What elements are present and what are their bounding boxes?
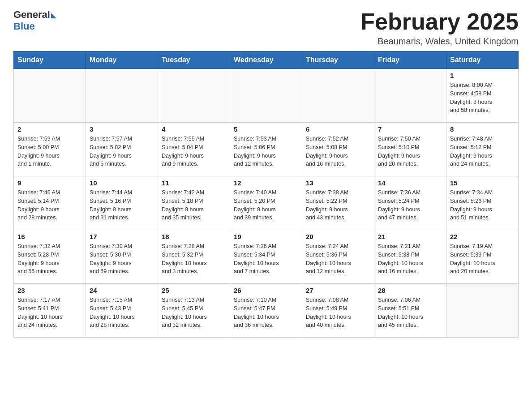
day-number: 28 <box>378 287 442 294</box>
day-number: 20 <box>306 233 370 240</box>
weekday-header-wednesday: Wednesday <box>230 51 302 69</box>
calendar-subtitle: Beaumaris, Wales, United Kingdom <box>360 36 519 47</box>
day-number: 5 <box>234 125 298 133</box>
logo-general-text: General <box>13 9 50 21</box>
day-number: 15 <box>450 179 515 187</box>
day-info: Sunrise: 7:57 AM Sunset: 5:02 PM Dayligh… <box>90 135 154 168</box>
day-number: 3 <box>90 125 154 133</box>
calendar-day-cell: 8Sunrise: 7:48 AM Sunset: 5:12 PM Daylig… <box>446 123 519 176</box>
calendar-day-cell: 20Sunrise: 7:24 AM Sunset: 5:36 PM Dayli… <box>302 230 374 284</box>
day-info: Sunrise: 7:19 AM Sunset: 5:39 PM Dayligh… <box>450 242 515 276</box>
title-block: February 2025 Beaumaris, Wales, United K… <box>360 9 519 47</box>
day-info: Sunrise: 7:15 AM Sunset: 5:43 PM Dayligh… <box>90 296 154 330</box>
day-info: Sunrise: 7:36 AM Sunset: 5:24 PM Dayligh… <box>378 188 442 222</box>
calendar-day-cell <box>446 284 519 338</box>
page-header: General Blue February 2025 Beaumaris, Wa… <box>13 9 519 47</box>
day-info: Sunrise: 7:32 AM Sunset: 5:28 PM Dayligh… <box>17 242 82 276</box>
day-info: Sunrise: 8:00 AM Sunset: 4:58 PM Dayligh… <box>450 81 515 115</box>
day-info: Sunrise: 7:10 AM Sunset: 5:47 PM Dayligh… <box>234 296 298 330</box>
calendar-header: SundayMondayTuesdayWednesdayThursdayFrid… <box>14 51 519 69</box>
calendar-day-cell: 24Sunrise: 7:15 AM Sunset: 5:43 PM Dayli… <box>86 284 158 338</box>
day-info: Sunrise: 7:59 AM Sunset: 5:00 PM Dayligh… <box>17 135 82 168</box>
weekday-header-thursday: Thursday <box>302 51 374 69</box>
calendar-day-cell <box>14 69 86 123</box>
calendar-day-cell: 1Sunrise: 8:00 AM Sunset: 4:58 PM Daylig… <box>446 69 519 123</box>
calendar-day-cell: 2Sunrise: 7:59 AM Sunset: 5:00 PM Daylig… <box>14 123 86 176</box>
calendar-day-cell: 9Sunrise: 7:46 AM Sunset: 5:14 PM Daylig… <box>14 176 86 230</box>
day-info: Sunrise: 7:44 AM Sunset: 5:16 PM Dayligh… <box>90 188 154 222</box>
day-number: 22 <box>450 233 515 240</box>
day-number: 10 <box>90 179 154 187</box>
day-number: 13 <box>306 179 370 187</box>
day-info: Sunrise: 7:46 AM Sunset: 5:14 PM Dayligh… <box>17 188 82 222</box>
calendar-title: February 2025 <box>360 9 519 34</box>
day-number: 17 <box>90 233 154 240</box>
calendar-day-cell: 17Sunrise: 7:30 AM Sunset: 5:30 PM Dayli… <box>86 230 158 284</box>
calendar-week-row: 1Sunrise: 8:00 AM Sunset: 4:58 PM Daylig… <box>14 69 519 123</box>
day-info: Sunrise: 7:28 AM Sunset: 5:32 PM Dayligh… <box>162 242 226 276</box>
day-number: 25 <box>162 287 226 294</box>
day-info: Sunrise: 7:40 AM Sunset: 5:20 PM Dayligh… <box>234 188 298 222</box>
calendar-week-row: 2Sunrise: 7:59 AM Sunset: 5:00 PM Daylig… <box>14 123 519 176</box>
calendar-day-cell <box>158 69 230 123</box>
logo-arrow-icon <box>51 13 56 18</box>
calendar-day-cell: 28Sunrise: 7:06 AM Sunset: 5:51 PM Dayli… <box>374 284 446 338</box>
weekday-header-tuesday: Tuesday <box>158 51 230 69</box>
day-info: Sunrise: 7:50 AM Sunset: 5:10 PM Dayligh… <box>378 135 442 168</box>
day-info: Sunrise: 7:34 AM Sunset: 5:26 PM Dayligh… <box>450 188 515 222</box>
calendar-day-cell: 22Sunrise: 7:19 AM Sunset: 5:39 PM Dayli… <box>446 230 519 284</box>
day-number: 9 <box>17 179 82 187</box>
day-number: 26 <box>234 287 298 294</box>
calendar-day-cell: 13Sunrise: 7:38 AM Sunset: 5:22 PM Dayli… <box>302 176 374 230</box>
day-number: 1 <box>450 72 515 79</box>
day-number: 8 <box>450 125 515 133</box>
day-info: Sunrise: 7:17 AM Sunset: 5:41 PM Dayligh… <box>17 296 82 330</box>
day-number: 19 <box>234 233 298 240</box>
day-info: Sunrise: 7:13 AM Sunset: 5:45 PM Dayligh… <box>162 296 226 330</box>
calendar-week-row: 23Sunrise: 7:17 AM Sunset: 5:41 PM Dayli… <box>14 284 519 338</box>
weekday-header-sunday: Sunday <box>14 51 86 69</box>
calendar-day-cell: 26Sunrise: 7:10 AM Sunset: 5:47 PM Dayli… <box>230 284 302 338</box>
calendar-day-cell: 18Sunrise: 7:28 AM Sunset: 5:32 PM Dayli… <box>158 230 230 284</box>
calendar-day-cell: 14Sunrise: 7:36 AM Sunset: 5:24 PM Dayli… <box>374 176 446 230</box>
day-number: 18 <box>162 233 226 240</box>
day-info: Sunrise: 7:24 AM Sunset: 5:36 PM Dayligh… <box>306 242 370 276</box>
day-info: Sunrise: 7:26 AM Sunset: 5:34 PM Dayligh… <box>234 242 298 276</box>
calendar-week-row: 16Sunrise: 7:32 AM Sunset: 5:28 PM Dayli… <box>14 230 519 284</box>
calendar-day-cell <box>302 69 374 123</box>
calendar-day-cell: 4Sunrise: 7:55 AM Sunset: 5:04 PM Daylig… <box>158 123 230 176</box>
day-number: 24 <box>90 287 154 294</box>
calendar-body: 1Sunrise: 8:00 AM Sunset: 4:58 PM Daylig… <box>14 69 519 338</box>
weekday-header-monday: Monday <box>86 51 158 69</box>
calendar-day-cell: 21Sunrise: 7:21 AM Sunset: 5:38 PM Dayli… <box>374 230 446 284</box>
day-number: 21 <box>378 233 442 240</box>
weekday-header-saturday: Saturday <box>446 51 519 69</box>
day-number: 27 <box>306 287 370 294</box>
day-info: Sunrise: 7:08 AM Sunset: 5:49 PM Dayligh… <box>306 296 370 330</box>
day-number: 2 <box>17 125 82 133</box>
logo-blue-text: Blue <box>13 21 35 32</box>
day-number: 7 <box>378 125 442 133</box>
day-info: Sunrise: 7:55 AM Sunset: 5:04 PM Dayligh… <box>162 135 226 168</box>
calendar-week-row: 9Sunrise: 7:46 AM Sunset: 5:14 PM Daylig… <box>14 176 519 230</box>
day-number: 11 <box>162 179 226 187</box>
day-info: Sunrise: 7:30 AM Sunset: 5:30 PM Dayligh… <box>90 242 154 276</box>
day-number: 23 <box>17 287 82 294</box>
calendar-day-cell: 23Sunrise: 7:17 AM Sunset: 5:41 PM Dayli… <box>14 284 86 338</box>
weekday-header-row: SundayMondayTuesdayWednesdayThursdayFrid… <box>14 51 519 69</box>
day-number: 14 <box>378 179 442 187</box>
calendar-day-cell: 3Sunrise: 7:57 AM Sunset: 5:02 PM Daylig… <box>86 123 158 176</box>
calendar-day-cell: 10Sunrise: 7:44 AM Sunset: 5:16 PM Dayli… <box>86 176 158 230</box>
calendar-day-cell <box>374 69 446 123</box>
day-number: 6 <box>306 125 370 133</box>
calendar-day-cell: 19Sunrise: 7:26 AM Sunset: 5:34 PM Dayli… <box>230 230 302 284</box>
calendar-table: SundayMondayTuesdayWednesdayThursdayFrid… <box>13 51 519 338</box>
day-info: Sunrise: 7:42 AM Sunset: 5:18 PM Dayligh… <box>162 188 226 222</box>
day-info: Sunrise: 7:52 AM Sunset: 5:08 PM Dayligh… <box>306 135 370 168</box>
weekday-header-friday: Friday <box>374 51 446 69</box>
calendar-day-cell: 27Sunrise: 7:08 AM Sunset: 5:49 PM Dayli… <box>302 284 374 338</box>
calendar-day-cell: 11Sunrise: 7:42 AM Sunset: 5:18 PM Dayli… <box>158 176 230 230</box>
day-info: Sunrise: 7:38 AM Sunset: 5:22 PM Dayligh… <box>306 188 370 222</box>
calendar-day-cell: 15Sunrise: 7:34 AM Sunset: 5:26 PM Dayli… <box>446 176 519 230</box>
day-info: Sunrise: 7:06 AM Sunset: 5:51 PM Dayligh… <box>378 296 442 330</box>
